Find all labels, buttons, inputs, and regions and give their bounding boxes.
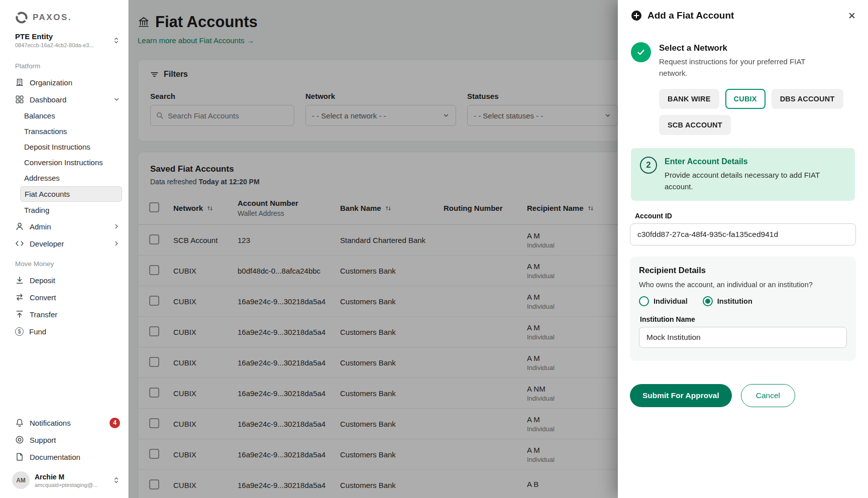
sidebar-item-conversion-instructions[interactable]: Conversion Instructions: [0, 155, 128, 170]
swap-arrows-icon: [15, 293, 24, 302]
sidebar-item-transactions[interactable]: Transactions: [0, 123, 128, 139]
section-label-move-money: Move Money: [0, 252, 128, 272]
sidebar-item-deposit-instructions[interactable]: Deposit Instructions: [0, 139, 128, 155]
institution-name-input[interactable]: [639, 327, 847, 348]
close-icon[interactable]: ✕: [848, 11, 856, 21]
sidebar-item-fiat-accounts[interactable]: Fiat Accounts: [20, 186, 122, 202]
sidebar-item-label: Support: [30, 436, 56, 444]
recipient-details-panel: Recipient Details Who owns the account, …: [630, 257, 856, 361]
recipient-question: Who owns the account, an individual or a…: [639, 281, 847, 289]
app-root: PAXOS. PTE Entity 0847eccb-16a2-4cb2-80d…: [0, 0, 868, 498]
dashboard-subnav: Balances Transactions Deposit Instructio…: [0, 108, 128, 218]
account-id-input[interactable]: [630, 223, 856, 245]
step1-text: Select a Network Request instructions fo…: [659, 42, 820, 79]
sidebar-item-trading[interactable]: Trading: [0, 202, 128, 218]
sidebar-item-label: Convert: [30, 293, 56, 302]
code-icon: [15, 239, 24, 248]
step1-title: Select a Network: [659, 43, 820, 53]
paxos-logo-icon: [15, 11, 28, 24]
sidebar-item-label: Admin: [30, 222, 51, 231]
sidebar-item-notifications[interactable]: Notifications 4: [0, 414, 128, 431]
paxos-logo-text: PAXOS.: [33, 13, 72, 23]
sidebar: PAXOS. PTE Entity 0847eccb-16a2-4cb2-80d…: [0, 0, 129, 498]
document-icon: [15, 452, 24, 461]
sidebar-item-fund[interactable]: $ Fund: [0, 323, 128, 340]
radio-institution[interactable]: Institution: [703, 296, 752, 306]
sidebar-item-support[interactable]: Support: [0, 431, 128, 448]
step2-title: Enter Account Details: [665, 157, 830, 166]
institution-name-label: Institution Name: [640, 315, 847, 323]
radio-individual-label: Individual: [654, 297, 688, 305]
step2-text: Enter Account Details Provide account de…: [665, 157, 830, 192]
network-option-cubix[interactable]: CUBIX: [725, 89, 766, 109]
section-label-platform: Platform: [0, 54, 128, 74]
drawer-actions: Submit For Approval Cancel: [630, 384, 868, 407]
sidebar-item-dashboard[interactable]: Dashboard: [0, 91, 128, 108]
recipient-details-title: Recipient Details: [639, 266, 847, 275]
sidebar-item-deposit[interactable]: Deposit: [0, 272, 128, 289]
sidebar-item-organization[interactable]: Organization: [0, 74, 128, 91]
radio-institution-label: Institution: [717, 297, 752, 305]
network-options: BANK WIRE CUBIX DBS ACCOUNT SCB ACCOUNT: [659, 89, 856, 135]
user-email: amcquaid+ptestaging@...: [35, 482, 97, 488]
entity-name: PTE Entity: [15, 32, 94, 41]
sidebar-item-developer[interactable]: Developer: [0, 235, 128, 252]
avatar: AM: [12, 471, 30, 489]
user-info: Archie M amcquaid+ptestaging@...: [35, 473, 97, 488]
sidebar-item-balances[interactable]: Balances: [0, 108, 128, 123]
network-option-bank-wire[interactable]: BANK WIRE: [659, 89, 719, 109]
step1-description: Request instructions for your preferred …: [659, 56, 820, 79]
bell-icon: [15, 418, 24, 427]
lifebuoy-icon: [15, 435, 24, 444]
recipient-type-radios: Individual Institution: [639, 296, 847, 306]
chevron-right-icon: [113, 240, 120, 247]
radio-individual[interactable]: Individual: [639, 296, 688, 306]
drawer-title: Add a Fiat Account: [647, 10, 734, 21]
user-menu[interactable]: AM Archie M amcquaid+ptestaging@...: [0, 465, 128, 493]
network-option-scb-account[interactable]: SCB ACCOUNT: [659, 115, 731, 135]
arrow-up-icon: [15, 310, 24, 319]
network-option-dbs-account[interactable]: DBS ACCOUNT: [772, 89, 843, 109]
account-id-label: Account ID: [635, 212, 855, 220]
entity-info: PTE Entity 0847eccb-16a2-4cb2-80da-e3...: [15, 32, 94, 48]
paxos-logo[interactable]: PAXOS.: [0, 9, 128, 31]
chevrons-updown-icon: [113, 37, 120, 44]
user-name: Archie M: [35, 473, 97, 481]
step2-number-icon: 2: [640, 157, 657, 174]
step2-description: Provide account details necessary to add…: [665, 170, 830, 192]
plus-circle-icon: [631, 10, 642, 21]
chevron-down-icon: [113, 96, 120, 103]
sidebar-item-label: Notifications: [30, 419, 71, 427]
sidebar-footer: Notifications 4 Support Documentation AM…: [0, 414, 128, 498]
sidebar-item-label: Fund: [29, 327, 46, 336]
sidebar-item-documentation[interactable]: Documentation: [0, 448, 128, 465]
submit-for-approval-button[interactable]: Submit For Approval: [630, 384, 732, 407]
notifications-badge: 4: [110, 418, 120, 428]
add-fiat-account-drawer: Add a Fiat Account ✕ Select a Network Re…: [618, 0, 868, 498]
sidebar-item-label: Dashboard: [30, 95, 66, 104]
sidebar-item-transfer[interactable]: Transfer: [0, 306, 128, 323]
entity-selector[interactable]: PTE Entity 0847eccb-16a2-4cb2-80da-e3...: [0, 31, 128, 54]
sidebar-item-label: Organization: [30, 78, 72, 87]
dollar-circle-icon: $: [15, 327, 24, 336]
chevrons-updown-icon: [113, 476, 120, 484]
drawer-header: Add a Fiat Account ✕: [618, 0, 868, 29]
chevron-right-icon: [113, 223, 120, 230]
radio-individual-circle: [639, 296, 649, 306]
cancel-button[interactable]: Cancel: [741, 384, 795, 407]
arrow-down-icon: [15, 276, 24, 285]
sidebar-item-label: Transfer: [30, 310, 57, 319]
radio-institution-circle: [703, 296, 713, 306]
sidebar-item-addresses[interactable]: Addresses: [0, 170, 128, 186]
step-enter-account-details: 2 Enter Account Details Provide account …: [631, 148, 855, 201]
sidebar-item-label: Documentation: [30, 453, 80, 461]
sidebar-item-convert[interactable]: Convert: [0, 289, 128, 306]
entity-id: 0847eccb-16a2-4cb2-80da-e3...: [15, 42, 94, 48]
building-icon: [15, 78, 24, 87]
step-select-network: Select a Network Request instructions fo…: [618, 29, 868, 79]
sidebar-item-admin[interactable]: Admin: [0, 218, 128, 235]
check-circle-icon: [631, 42, 651, 62]
sidebar-item-label: Developer: [30, 239, 64, 248]
grid-icon: [15, 95, 24, 104]
person-icon: [15, 222, 24, 231]
